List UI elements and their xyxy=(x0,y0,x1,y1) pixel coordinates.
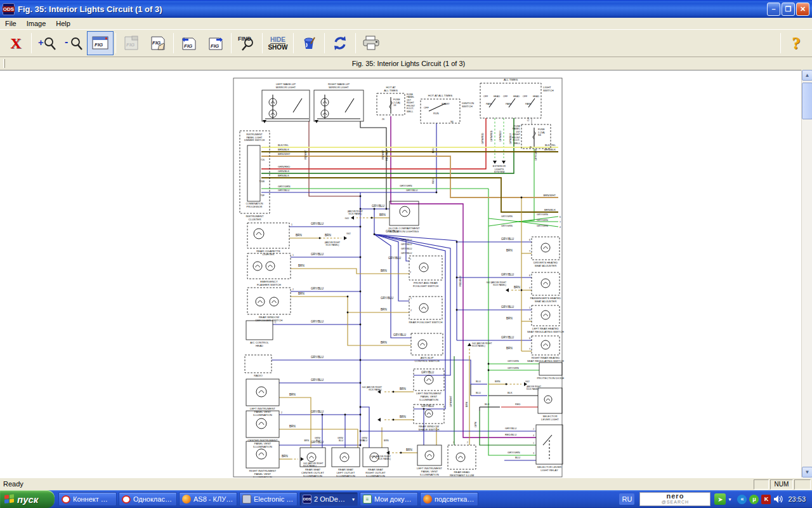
svg-text:GRY/BLU: GRY/BLU xyxy=(501,336,514,339)
svg-text:GRY/BLU: GRY/BLU xyxy=(401,247,412,250)
svg-text:BLK/YEL: BLK/YEL xyxy=(545,144,556,147)
taskbar-task-button[interactable]: Electronic Ser... xyxy=(239,492,298,506)
svg-text:REAR SEATLEFT OUTLETILLUMINATI: REAR SEATLEFT OUTLETILLUMINATION xyxy=(336,468,355,478)
svg-text:BLU: BLU xyxy=(476,391,481,394)
taskbar-task-button[interactable]: AS8 - КЛУБ Л... xyxy=(179,492,237,506)
svg-text:GRY/BLU: GRY/BLU xyxy=(311,320,324,323)
svg-text:BRN: BRN xyxy=(384,439,389,442)
svg-text:GRN/BLU: GRN/BLU xyxy=(337,437,343,442)
scroll-down-button[interactable]: ▼ xyxy=(802,467,812,478)
language-indicator[interactable]: RU xyxy=(619,493,634,505)
svg-text:RED/BLU: RED/BLU xyxy=(385,150,388,161)
svg-text:GRN/RED: GRN/RED xyxy=(481,133,484,144)
svg-text:BRN/WHT: BRN/WHT xyxy=(543,194,556,197)
next-figure-icon: FIG xyxy=(207,36,224,51)
svg-text:RD/WHT: RD/WHT xyxy=(304,149,307,159)
svg-text:1: 1 xyxy=(453,441,454,444)
svg-text:GRY/GRN: GRY/GRN xyxy=(501,225,513,227)
status-cell-empty-2 xyxy=(794,479,811,490)
task-buttons: Коннект Мен...Одноклассн...AS8 - КЛУБ Л.… xyxy=(58,492,478,506)
svg-text:1: 1 xyxy=(533,442,534,444)
search-go-button[interactable]: ➤ xyxy=(714,493,726,505)
svg-text:GRN/BLU: GRN/BLU xyxy=(362,437,367,442)
hide-show-button[interactable]: HIDESHOW xyxy=(265,31,291,55)
taskbar-task-button[interactable]: Коннект Мен... xyxy=(58,492,117,506)
taskbar-task-button[interactable]: подсветка с... xyxy=(420,492,478,506)
svg-text:LEFT INSTRUMENTPANEL VENTILLUM: LEFT INSTRUMENTPANEL VENTILLUMINATION xyxy=(417,467,442,476)
svg-text:+: + xyxy=(38,37,44,48)
svg-text:GRY/BLU: GRY/BLU xyxy=(311,253,324,256)
svg-text:GRY/GRN: GRY/GRN xyxy=(400,184,412,187)
fig-previous-button[interactable]: FIG xyxy=(176,31,202,55)
svg-text:COMBINATIONPROCESSOR: COMBINATIONPROCESSOR xyxy=(246,202,263,208)
svg-text:GRN/RED: GRN/RED xyxy=(278,165,290,168)
print-button[interactable] xyxy=(358,31,384,55)
search-dropdown-icon[interactable]: ▾ xyxy=(728,497,731,502)
svg-text:REAR SEATCENTER OUTLETILLUMINA: REAR SEATCENTER OUTLETILLUMINATION xyxy=(301,468,324,478)
svg-text:HEAD: HEAD xyxy=(513,95,520,98)
figure-caption-bar: Fig. 35: Interior Lights Circuit (1 of 3… xyxy=(0,57,812,70)
svg-text:GRY/BLU: GRY/BLU xyxy=(311,356,324,359)
fit-window-button[interactable]: FIG xyxy=(87,31,114,55)
restore-button[interactable]: ❐ xyxy=(782,3,795,16)
volume-icon[interactable] xyxy=(773,495,783,504)
svg-text:BLU: BLU xyxy=(515,456,520,459)
svg-text:DRIVER'S HEATEDSEAT ADJUSTER: DRIVER'S HEATEDSEAT ADJUSTER xyxy=(534,261,558,267)
svg-text:BRN: BRN xyxy=(506,347,513,350)
utorrent-icon[interactable]: μ xyxy=(749,495,759,504)
taskbar-task-button[interactable]: Одноклассн... xyxy=(119,492,177,506)
svg-text:GRY/GRN: GRY/GRN xyxy=(508,360,519,363)
diagram-canvas[interactable]: LEFT MAKE-UPMIRROR LIGHTRIGHT MAKE-UPMIR… xyxy=(0,70,812,478)
window-title: Fig. 35: Interior Lights Circuit (1 of 3… xyxy=(18,4,767,14)
menu-help[interactable]: Help xyxy=(51,19,75,28)
refresh-button[interactable] xyxy=(327,31,353,55)
svg-text:6: 6 xyxy=(529,239,530,241)
help-button[interactable]: ? xyxy=(783,31,809,55)
svg-text:(ABOVE RIGHTKICK PANEL): (ABOVE RIGHTKICK PANEL) xyxy=(527,385,541,391)
vertical-scrollbar[interactable]: ▲ ▼ xyxy=(801,70,812,478)
svg-text:T: T xyxy=(529,287,531,290)
svg-text:C: C xyxy=(275,321,277,324)
svg-text:BRN/BLK: BRN/BLK xyxy=(278,174,289,177)
svg-text:BRN: BRN xyxy=(381,341,387,344)
scrollbar-thumb[interactable] xyxy=(802,83,812,119)
svg-text:GRN/BLK: GRN/BLK xyxy=(278,170,290,173)
language-bar-icon[interactable]: « xyxy=(737,495,747,504)
close-button[interactable]: ✕ xyxy=(796,3,809,16)
svg-text:BLK: BLK xyxy=(508,391,513,394)
find-button[interactable]: FIND xyxy=(233,31,260,55)
svg-text:BRN: BRN xyxy=(466,402,468,407)
svg-text:BRN: BRN xyxy=(304,439,309,442)
svg-text:1: 1 xyxy=(410,258,411,260)
fig-next-button[interactable]: FIG xyxy=(202,31,229,55)
taskbar-task-button[interactable]: ODS2 OnDeman...▾ xyxy=(299,492,358,506)
scroll-up-button[interactable]: ▲ xyxy=(802,70,812,81)
zoom-out-button[interactable]: - xyxy=(60,31,87,55)
svg-text:OFF: OFF xyxy=(483,95,488,98)
svg-text:(ABOVE RIGHTKICK PANEL): (ABOVE RIGHTKICK PANEL) xyxy=(348,210,363,215)
svg-text:GRY/BLU: GRY/BLU xyxy=(401,238,412,241)
svg-text:2: 2 xyxy=(281,411,282,414)
system-tray: « μ K xyxy=(737,495,783,504)
zoom-in-button[interactable]: + xyxy=(34,31,60,55)
fig-pan-button[interactable]: FIG xyxy=(145,31,171,55)
svg-text:GRY/BLU: GRY/BLU xyxy=(311,287,324,290)
svg-text:T26: T26 xyxy=(261,159,265,161)
app-icon: ODS xyxy=(3,3,15,15)
svg-text:FIG: FIG xyxy=(211,43,219,49)
menu-file[interactable]: File xyxy=(0,19,22,28)
markup-button[interactable] xyxy=(296,31,322,55)
svg-text:GRY/BLU: GRY/BLU xyxy=(421,371,434,374)
taskbar-task-button[interactable]: ≡Мои докумен... xyxy=(360,492,418,506)
minimize-button[interactable]: – xyxy=(767,3,780,16)
svg-text:BRN: BRN xyxy=(289,425,296,428)
menu-image[interactable]: Image xyxy=(22,19,51,28)
svg-text:4: 4 xyxy=(560,226,561,229)
close-figure-button[interactable]: X xyxy=(3,31,29,55)
start-button[interactable]: пуск xyxy=(0,490,55,508)
svg-text:ALL TIMES: ALL TIMES xyxy=(504,78,518,81)
kaspersky-icon[interactable]: K xyxy=(761,495,771,504)
nero-search-box[interactable]: nero @SEARCH xyxy=(639,492,710,506)
printer-icon xyxy=(362,35,381,51)
svg-text:1: 1 xyxy=(410,297,412,300)
